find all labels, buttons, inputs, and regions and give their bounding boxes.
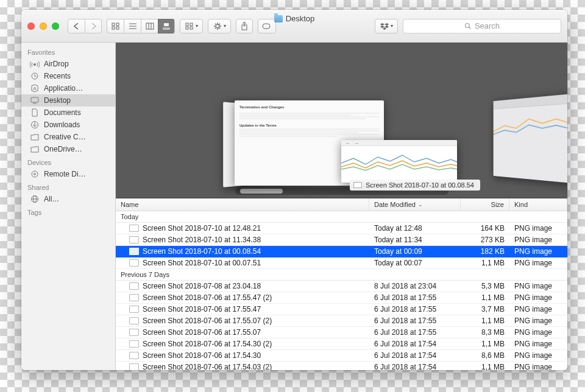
- coverflow-card[interactable]: [494, 93, 567, 184]
- minimize-icon[interactable]: [40, 23, 47, 30]
- file-size: 273 KB: [461, 236, 509, 244]
- gear-icon: [213, 22, 222, 30]
- table-row[interactable]: Screen Shot 2018-07-10 at 00.08.54Today …: [116, 246, 567, 257]
- sidebar-section-label: Devices: [21, 155, 115, 168]
- file-kind: PNG image: [509, 328, 567, 337]
- sidebar-item-recents[interactable]: Recents: [21, 70, 115, 82]
- sidebar-item-creative-c-[interactable]: Creative C…: [21, 131, 115, 143]
- thumbnail-icon: [129, 329, 139, 336]
- column-kind[interactable]: Kind: [509, 198, 567, 211]
- sidebar-section-label: Favorites: [21, 45, 115, 58]
- file-name: Screen Shot 2018-07-06 at 17.55.47 (2): [143, 293, 272, 302]
- sidebar-item-label: Creative C…: [44, 133, 86, 141]
- view-mode-segment: [107, 19, 175, 33]
- table-row[interactable]: Screen Shot 2018-07-06 at 17.54.30 (2)6 …: [116, 338, 567, 350]
- action-button[interactable]: ▾: [208, 19, 231, 33]
- file-date: 6 Jul 2018 at 17:55: [369, 293, 461, 302]
- thumbnail-icon: [353, 182, 362, 188]
- sidebar-item-desktop[interactable]: Desktop: [21, 94, 115, 107]
- close-icon[interactable]: [27, 23, 35, 30]
- sidebar-item-downloads[interactable]: Downloads: [21, 119, 115, 131]
- svg-point-32: [34, 63, 36, 66]
- table-row[interactable]: Screen Shot 2018-07-06 at 17.54.306 Jul …: [116, 350, 567, 362]
- icon-view-button[interactable]: [107, 19, 124, 33]
- file-kind: PNG image: [509, 224, 567, 233]
- forward-button[interactable]: [85, 19, 102, 33]
- file-size: 8,6 MB: [461, 351, 509, 360]
- coverflow-view-button[interactable]: [158, 19, 175, 33]
- file-date: 6 Jul 2018 at 17:55: [369, 328, 461, 337]
- column-view-button[interactable]: [141, 19, 158, 33]
- tags-button[interactable]: [258, 19, 276, 33]
- file-date: 6 Jul 2018 at 17:54: [369, 363, 461, 370]
- thumbnail-icon: [129, 225, 139, 232]
- file-kind: PNG image: [509, 247, 567, 256]
- list-section-header[interactable]: Today: [116, 211, 567, 223]
- file-size: 5,3 MB: [461, 282, 509, 290]
- sidebar-section-label: Tags: [21, 205, 115, 218]
- arrange-button[interactable]: ▾: [180, 19, 203, 33]
- file-date: Today at 12:48: [369, 224, 461, 233]
- column-size[interactable]: Size: [461, 198, 509, 211]
- file-name: Screen Shot 2018-07-06 at 17.55.07 (2): [143, 317, 272, 325]
- window-controls: [27, 23, 59, 30]
- zoom-icon[interactable]: [52, 23, 59, 30]
- sidebar-item-applicatio-[interactable]: AApplicatio…: [21, 82, 115, 94]
- table-row[interactable]: Screen Shot 2018-07-10 at 11.34.38Today …: [116, 234, 567, 246]
- desktop-icon: [30, 96, 40, 105]
- sidebar-item-label: Applicatio…: [44, 84, 83, 93]
- sidebar-item-label: OneDrive…: [44, 145, 82, 153]
- sidebar-item-documents[interactable]: Documents: [21, 107, 115, 119]
- coverflow-card-front[interactable]: ——: [341, 140, 457, 183]
- list-view-button[interactable]: [124, 19, 141, 33]
- thumbnail-icon: [129, 294, 139, 301]
- table-row[interactable]: Screen Shot 2018-07-10 at 00.07.51Today …: [116, 257, 567, 269]
- share-button[interactable]: [236, 19, 253, 33]
- column-date-modified[interactable]: Date Modified⌄: [369, 198, 461, 211]
- file-date: 8 Jul 2018 at 23:04: [369, 282, 461, 290]
- table-row[interactable]: Screen Shot 2018-07-06 at 17.55.47 (2)6 …: [116, 292, 567, 304]
- svg-line-23: [214, 23, 215, 24]
- thumbnail-icon: [129, 306, 139, 313]
- table-row[interactable]: Screen Shot 2018-07-10 at 12.48.21Today …: [116, 223, 567, 234]
- table-row[interactable]: Screen Shot 2018-07-06 at 17.54.03 (2)6 …: [116, 362, 567, 370]
- sidebar-item-all-[interactable]: All…: [21, 193, 115, 205]
- file-date: Today at 00:07: [369, 259, 461, 267]
- file-name: Screen Shot 2018-07-10 at 00.08.54: [143, 247, 261, 256]
- file-name: Screen Shot 2018-07-06 at 17.55.47: [143, 305, 261, 313]
- dropbox-button[interactable]: ▾: [375, 19, 398, 33]
- table-row[interactable]: Screen Shot 2018-07-08 at 23.04.188 Jul …: [116, 281, 567, 292]
- svg-rect-29: [263, 24, 270, 29]
- thumbnail-icon: [129, 352, 139, 359]
- list-header: Name Date Modified⌄ Size Kind: [116, 198, 567, 211]
- thumbnail-icon: [129, 363, 139, 370]
- thumbnail-icon: [129, 236, 139, 243]
- documents-icon: [30, 108, 40, 117]
- table-row[interactable]: Screen Shot 2018-07-06 at 17.55.07 (2)6 …: [116, 315, 567, 327]
- table-row[interactable]: Screen Shot 2018-07-06 at 17.55.476 Jul …: [116, 304, 567, 315]
- sidebar-item-label: Downloads: [44, 121, 80, 129]
- doc-heading: Termination and Changes: [239, 105, 379, 109]
- svg-point-30: [465, 23, 469, 27]
- svg-line-31: [469, 27, 470, 29]
- search-icon: [464, 23, 472, 30]
- file-size: 164 KB: [461, 224, 509, 233]
- network-icon: [30, 195, 40, 203]
- file-size: 8,3 MB: [461, 328, 509, 337]
- svg-line-35: [35, 76, 37, 77]
- coverflow-area[interactable]: Termination and Changes Updates to the T…: [116, 43, 567, 198]
- list-section-header[interactable]: Previous 7 Days: [116, 269, 567, 281]
- remote-disc-icon: [30, 170, 40, 178]
- file-name: Screen Shot 2018-07-06 at 17.54.30 (2): [143, 340, 272, 348]
- scrollbar-thumb[interactable]: [240, 189, 283, 194]
- file-size: 3,7 MB: [461, 305, 509, 313]
- search-input[interactable]: Search: [403, 19, 561, 33]
- column-name[interactable]: Name: [116, 198, 369, 211]
- file-size: 182 KB: [461, 247, 509, 256]
- sidebar-item-remote-di-[interactable]: Remote Di…: [21, 168, 115, 180]
- sidebar-item-airdrop[interactable]: AirDrop: [21, 58, 115, 70]
- back-button[interactable]: [68, 19, 85, 33]
- file-size: 1,1 MB: [461, 259, 509, 267]
- table-row[interactable]: Screen Shot 2018-07-06 at 17.55.076 Jul …: [116, 327, 567, 338]
- sidebar-item-onedrive-[interactable]: OneDrive…: [21, 143, 115, 155]
